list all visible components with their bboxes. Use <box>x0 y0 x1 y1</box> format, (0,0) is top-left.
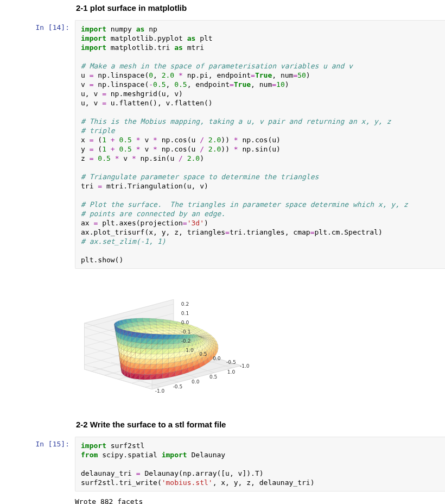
svg-text:0.1: 0.1 <box>181 311 189 316</box>
code-input-1[interactable]: import numpy as np import matplotlib.pyp… <box>75 20 445 269</box>
svg-text:-1.0: -1.0 <box>155 388 165 394</box>
svg-text:0.0: 0.0 <box>192 379 200 385</box>
svg-text:-0.5: -0.5 <box>173 384 183 389</box>
svg-text:0.2: 0.2 <box>181 301 189 307</box>
section-heading-2-2: 2-2 Write the surface to a stl format fi… <box>76 420 445 429</box>
svg-text:1.0: 1.0 <box>186 348 194 353</box>
code-cell-1: In [14]: import numpy as np import matpl… <box>0 20 445 269</box>
notebook: 2-1 plot surface in matplotlib In [14]: … <box>0 3 445 504</box>
input-prompt-2: In [15]: <box>0 437 75 448</box>
code-input-2[interactable]: import surf2stl from scipy.spatial impor… <box>75 437 445 492</box>
svg-text:0.0: 0.0 <box>213 356 221 361</box>
svg-text:-0.1: -0.1 <box>181 329 191 335</box>
code-cell-2: In [15]: import surf2stl from scipy.spat… <box>0 437 445 492</box>
input-prompt-1: In [14]: <box>0 20 75 32</box>
svg-text:0.0: 0.0 <box>181 320 189 325</box>
text-output-2: Wrote 882 facets <box>75 495 445 504</box>
svg-text:0.5: 0.5 <box>209 374 217 380</box>
section-heading-2-1: 2-1 plot surface in matplotlib <box>76 3 445 12</box>
svg-text:-1.0: -1.0 <box>240 363 250 369</box>
svg-text:1.0: 1.0 <box>227 369 236 375</box>
svg-text:-0.2: -0.2 <box>181 338 191 344</box>
mobius-3d-plot: -1.0-0.50.00.51.0-1.0-0.50.00.51.0-0.2-0… <box>76 276 271 400</box>
svg-text:-0.5: -0.5 <box>226 360 236 365</box>
svg-text:0.5: 0.5 <box>199 351 207 357</box>
plot-output: -1.0-0.50.00.51.0-1.0-0.50.00.51.0-0.2-0… <box>76 276 271 400</box>
